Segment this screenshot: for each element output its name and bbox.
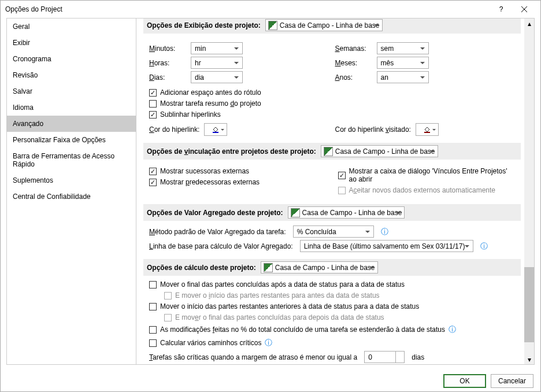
- cancel-button[interactable]: Cancelar: [491, 374, 533, 388]
- ext-pred-label: Mostrar predecessoras externas: [160, 178, 260, 186]
- underline-links-label: Sublinhar hiperlinks: [160, 110, 221, 119]
- move-end-checkbox[interactable]: [149, 281, 157, 289]
- vertical-scrollbar[interactable]: ▴ ▾: [524, 19, 534, 364]
- section-link-title: Opções de vinculação entre projetos dest…: [147, 147, 316, 156]
- section-display-header: Opções de Exibição deste projeto: Casa d…: [143, 19, 521, 34]
- sidebar-item-exibir[interactable]: Exibir: [7, 35, 136, 51]
- info-icon[interactable]: ⓘ: [449, 324, 456, 335]
- minutos-dropdown[interactable]: min: [191, 42, 243, 54]
- semanas-dropdown[interactable]: sem: [377, 42, 429, 54]
- content-panel: Opções de Exibição deste projeto: Casa d…: [136, 18, 535, 365]
- meses-dropdown[interactable]: mês: [377, 57, 429, 69]
- visited-color-button[interactable]: [416, 123, 439, 136]
- hyperlink-color-label: Cor do hiperlink:: [149, 125, 199, 134]
- ev-baseline-label: Linha de base para cálculo de Valor Agre…: [149, 242, 293, 250]
- show-dialog-label: Mostrar a caixa de diálogo 'Vínculos Ent…: [349, 167, 516, 183]
- sidebar-item-idioma[interactable]: Idioma: [7, 99, 136, 116]
- multi-critical-checkbox[interactable]: [149, 339, 157, 347]
- add-space-label: Adicionar espaço antes do rótulo: [160, 88, 261, 97]
- link-project-dropdown[interactable]: Casa de Campo - Linha de base: [321, 145, 438, 157]
- hyperlink-color-button[interactable]: [204, 123, 227, 136]
- sidebar-item-cronograma[interactable]: Cronograma: [7, 51, 136, 67]
- ext-succ-label: Mostrar sucessoras externas: [160, 167, 249, 175]
- minutos-label: Minutos:: [149, 45, 184, 53]
- sidebar-item-suplementos[interactable]: Suplementos: [7, 172, 136, 188]
- sidebar-item-avançado[interactable]: Avançado: [7, 116, 136, 132]
- sidebar-item-central-de-confiabilidade[interactable]: Central de Confiabilidade: [7, 188, 136, 205]
- sidebar: GeralExibirCronogramaRevisãoSalvarIdioma…: [6, 18, 136, 365]
- main-area: GeralExibirCronogramaRevisãoSalvarIdioma…: [1, 18, 540, 365]
- section-display-title: Opções de Exibição deste projeto:: [147, 21, 261, 29]
- footer: OK Cancelar: [1, 371, 540, 391]
- slack-label-pre: Tarefas são críticas quando a margem de …: [149, 353, 357, 361]
- move-start-checkbox[interactable]: [149, 303, 157, 310]
- bucket-icon: [423, 125, 431, 134]
- sidebar-item-revisão[interactable]: Revisão: [7, 67, 136, 83]
- svg-rect-3: [424, 132, 430, 133]
- window-title: Opções do Project: [5, 5, 490, 13]
- and-move-end-checkbox: [164, 314, 172, 321]
- scroll-down-arrow[interactable]: ▾: [524, 354, 534, 364]
- ext-succ-checkbox[interactable]: [149, 168, 157, 175]
- ext-pred-checkbox[interactable]: [149, 179, 157, 186]
- scrollbar-thumb[interactable]: [524, 267, 534, 342]
- sidebar-item-salvar[interactable]: Salvar: [7, 83, 136, 99]
- show-summary-label: Mostrar tarefa resumo do projeto: [160, 99, 261, 108]
- sidebar-item-barra-de-ferramentas-de-acesso-rápido[interactable]: Barra de Ferramentas de Acesso Rápido: [7, 148, 136, 172]
- underline-links-checkbox[interactable]: [149, 111, 157, 119]
- show-dialog-checkbox[interactable]: [338, 172, 346, 179]
- visited-color-label: Cor do hiperlink visitado:: [335, 125, 411, 134]
- edits-spread-label: As modificações feitas no % do total con…: [160, 326, 445, 334]
- anos-label: Anos:: [335, 73, 370, 82]
- slack-label-post: dias: [412, 353, 424, 361]
- ev-project-dropdown[interactable]: Casa de Campo - Linha de base: [288, 206, 405, 219]
- help-button[interactable]: ?: [490, 1, 513, 18]
- ev-method-dropdown[interactable]: % Concluída: [293, 225, 374, 238]
- auto-accept-label: Aceitar novos dados externos automaticam…: [349, 186, 496, 194]
- info-icon[interactable]: ⓘ: [265, 338, 272, 348]
- info-icon[interactable]: ⓘ: [381, 227, 388, 237]
- scroll-up-arrow[interactable]: ▴: [524, 19, 534, 28]
- sidebar-item-geral[interactable]: Geral: [7, 19, 136, 35]
- add-space-checkbox[interactable]: [149, 89, 157, 97]
- calc-project-dropdown[interactable]: Casa de Campo - Linha de base: [261, 261, 378, 273]
- dias-dropdown[interactable]: dia: [191, 71, 243, 83]
- and-move-start-label: E mover o início das partes restantes pa…: [175, 291, 380, 299]
- scroll-area: Opções de Exibição deste projeto: Casa d…: [136, 19, 524, 364]
- and-move-end-label: E mover o final das partes concluídas pa…: [175, 313, 384, 321]
- multi-critical-label: Calcular vários caminhos críticos: [160, 339, 261, 347]
- semanas-label: Semanas:: [335, 45, 370, 53]
- sidebar-item-personalizar-faixa-de-opções[interactable]: Personalizar Faixa de Opções: [7, 132, 136, 148]
- info-icon[interactable]: ⓘ: [480, 241, 488, 252]
- auto-accept-checkbox: [338, 187, 346, 194]
- horas-dropdown[interactable]: hr: [191, 57, 243, 69]
- ev-baseline-dropdown[interactable]: Linha de Base (último salvamento em Sex …: [300, 240, 473, 252]
- ok-button[interactable]: OK: [443, 374, 486, 388]
- slack-spinner[interactable]: 0: [364, 351, 405, 363]
- meses-label: Meses:: [335, 59, 370, 67]
- bucket-icon: [212, 125, 220, 134]
- dias-label: Dias:: [149, 73, 184, 82]
- close-button[interactable]: [513, 1, 536, 18]
- svg-rect-2: [213, 132, 218, 133]
- section-ev-title: Opções de Valor Agregado deste projeto:: [147, 209, 283, 217]
- section-calc-header: Opções de cálculo deste projeto: Casa de…: [143, 259, 521, 276]
- display-project-dropdown[interactable]: Casa de Campo - Linha de base: [265, 19, 383, 31]
- section-ev-header: Opções de Valor Agregado deste projeto: …: [143, 204, 521, 221]
- close-icon: [521, 6, 527, 12]
- show-summary-checkbox[interactable]: [149, 100, 157, 108]
- ev-method-label: Método padrão de Valor Agregado da taref…: [149, 228, 286, 236]
- section-link-header: Opções de vinculação entre projetos dest…: [143, 143, 521, 160]
- move-end-label: Mover o final das partes concluídas após…: [160, 280, 405, 289]
- titlebar: Opções do Project ?: [1, 1, 540, 18]
- edits-spread-checkbox[interactable]: [149, 326, 157, 334]
- section-calc-title: Opções de cálculo deste projeto:: [147, 264, 256, 272]
- and-move-start-checkbox: [164, 292, 172, 299]
- move-start-label: Mover o início das partes restantes ante…: [160, 302, 419, 310]
- anos-dropdown[interactable]: an: [377, 71, 429, 83]
- horas-label: Horas:: [149, 59, 184, 67]
